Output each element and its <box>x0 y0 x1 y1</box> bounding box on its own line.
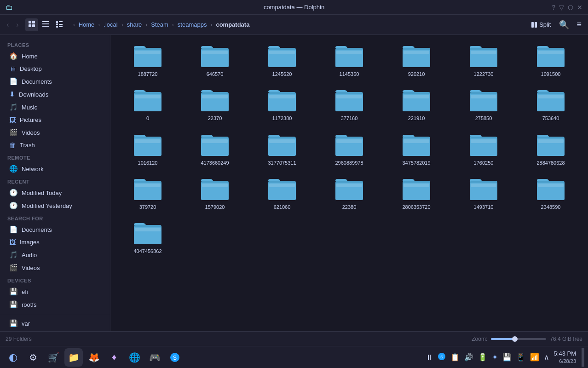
file-item[interactable]: 4047456862 <box>116 218 179 258</box>
taskbar-app-lutris[interactable]: 🎮 <box>145 348 164 367</box>
taskbar-app-proton[interactable]: ♦ <box>105 348 123 367</box>
file-item[interactable]: 1887720 <box>116 40 179 81</box>
forward-button[interactable]: › <box>13 19 21 31</box>
volume-tray-icon[interactable]: 🔊 <box>463 352 474 362</box>
window-controls: ? ▽ ⬡ ✕ <box>552 4 582 11</box>
file-item[interactable]: 4173660249 <box>183 129 247 170</box>
file-item[interactable]: 1172380 <box>250 85 314 125</box>
file-item[interactable]: 1245620 <box>250 40 314 81</box>
file-item[interactable]: 0 <box>116 85 179 125</box>
breadcrumb-share[interactable]: share <box>125 20 144 29</box>
file-item[interactable]: 621060 <box>250 173 314 214</box>
breadcrumb-steam[interactable]: Steam <box>149 20 170 29</box>
svg-rect-35 <box>538 51 564 54</box>
wifi-tray-icon[interactable]: 📶 <box>529 352 540 362</box>
taskbar-app-activities[interactable]: ◐ <box>4 348 22 367</box>
sidebar-item-trash[interactable]: 🗑 Trash <box>2 139 108 151</box>
zoom-slider[interactable] <box>491 338 546 340</box>
sidebar-item-rootfs[interactable]: 💾 rootfs <box>2 298 108 311</box>
menu-button[interactable]: ≡ <box>574 18 584 31</box>
file-item[interactable]: 1016120 <box>116 129 179 170</box>
taskbar-app-settings[interactable]: ⚙ <box>24 348 42 367</box>
file-item[interactable]: 2960889978 <box>317 129 381 170</box>
file-item[interactable]: 1760250 <box>452 129 515 170</box>
file-item[interactable]: 1579020 <box>183 173 247 214</box>
maximize-icon[interactable]: ⬡ <box>568 4 573 11</box>
list-view-button[interactable] <box>39 18 52 31</box>
file-name: 1145360 <box>340 71 359 77</box>
taskbar-app-dolphin[interactable]: 📁 <box>64 348 83 367</box>
file-grid: 1887720646570124562011453609202101222730… <box>116 40 582 258</box>
sidebar-item-pictures[interactable]: 🖼 Pictures <box>2 114 108 126</box>
sidebar-item-modified-yesterday[interactable]: 🕐 Modified Yesterday <box>2 199 108 212</box>
expand-tray-icon[interactable]: ∧ <box>543 352 550 362</box>
file-item[interactable]: 1145360 <box>317 40 381 81</box>
phone-tray-icon[interactable]: 📱 <box>515 352 526 362</box>
sidebar-item-modified-today[interactable]: 🕐 Modified Today <box>2 186 108 199</box>
battery-tray-icon[interactable]: 🔋 <box>477 352 488 362</box>
taskbar-app-discover[interactable]: 🛒 <box>44 348 63 367</box>
file-item[interactable]: 221910 <box>385 85 448 125</box>
search-button[interactable]: 🔍 <box>556 18 572 32</box>
network-icon: 🌐 <box>9 165 18 173</box>
sidebar-item-label: Home <box>22 53 38 60</box>
file-item[interactable]: 920210 <box>385 40 448 81</box>
storage-tray-icon[interactable]: 💾 <box>502 352 513 362</box>
sidebar-item-search-audio[interactable]: 🎵 Audio <box>2 248 108 261</box>
file-item[interactable]: 379720 <box>116 173 179 214</box>
file-item[interactable]: 22380 <box>317 173 381 214</box>
search-docs-icon: 📄 <box>9 225 18 234</box>
tree-view-button[interactable] <box>53 18 66 31</box>
steam-tray-icon[interactable]: S <box>437 351 447 363</box>
sidebar-item-network[interactable]: 🌐 Network <box>2 162 108 175</box>
clock[interactable]: 5:43 PM 6/28/23 <box>554 350 576 364</box>
taskbar-app-firefox[interactable]: 🦊 <box>85 348 103 367</box>
breadcrumb-home[interactable]: Home <box>77 20 97 29</box>
file-item[interactable]: 275850 <box>452 85 515 125</box>
sidebar-item-music[interactable]: 🎵 Music <box>2 101 108 114</box>
sidebar-item-downloads[interactable]: ⬇ Downloads <box>2 88 108 101</box>
icon-view-button[interactable] <box>25 18 38 31</box>
file-item[interactable]: 753640 <box>519 85 582 125</box>
sidebar-item-home[interactable]: 🏠 Home <box>2 50 108 63</box>
sidebar-item-search-images[interactable]: 🖼 Images <box>2 236 108 248</box>
split-button[interactable]: Split <box>527 19 554 30</box>
breadcrumb-local[interactable]: .local <box>102 20 119 29</box>
help-icon[interactable]: ? <box>552 4 555 11</box>
zoom-label: Zoom: <box>472 336 487 342</box>
sidebar-item-desktop[interactable]: 🖥 Desktop <box>2 63 108 75</box>
file-item[interactable]: 1493710 <box>452 173 515 214</box>
taskbar-app-chrome[interactable]: 🌐 <box>125 348 144 367</box>
sidebar-item-search-videos[interactable]: 🎬 Videos <box>2 261 108 274</box>
folder-icon <box>469 44 498 68</box>
file-item[interactable]: 2884780628 <box>519 129 582 170</box>
file-item[interactable]: 3475782019 <box>385 129 448 170</box>
bluetooth-tray-icon[interactable]: ✦ <box>491 352 499 362</box>
sidebar-item-efi[interactable]: 💾 efi <box>2 285 108 298</box>
show-desktop-button[interactable] <box>582 348 584 367</box>
file-item[interactable]: 1222730 <box>452 40 515 81</box>
file-item[interactable]: 22370 <box>183 85 247 125</box>
breadcrumb-compatdata: compatdata <box>214 20 251 29</box>
file-item[interactable]: 3177075311 <box>250 129 314 170</box>
sidebar-item-documents[interactable]: 📄 Documents <box>2 75 108 88</box>
taskbar-app-steam[interactable]: S <box>166 348 184 367</box>
sidebar-item-videos[interactable]: 🎬 Videos <box>2 126 108 139</box>
svg-rect-44 <box>269 95 295 98</box>
close-icon[interactable]: ✕ <box>577 4 582 11</box>
clipboard-tray-icon[interactable]: 📋 <box>450 352 461 362</box>
file-item[interactable]: 2348590 <box>519 173 582 214</box>
svg-rect-12 <box>59 26 63 27</box>
file-item[interactable]: 646570 <box>183 40 247 81</box>
back-button[interactable]: ‹ <box>4 19 12 31</box>
minimize-icon[interactable]: ▽ <box>559 4 564 11</box>
sidebar-item-search-documents[interactable]: 📄 Documents <box>2 223 108 236</box>
file-item[interactable]: 377160 <box>317 85 381 125</box>
sidebar-item-var[interactable]: 💾 var <box>2 317 108 330</box>
breadcrumb-steamapps[interactable]: steamapps <box>176 20 209 29</box>
file-item[interactable]: 1091500 <box>519 40 582 81</box>
folder-icon <box>469 133 498 157</box>
pause-tray-icon[interactable]: ⏸ <box>425 352 434 362</box>
file-item[interactable]: 2806353720 <box>385 173 448 214</box>
svg-rect-26 <box>336 51 362 54</box>
